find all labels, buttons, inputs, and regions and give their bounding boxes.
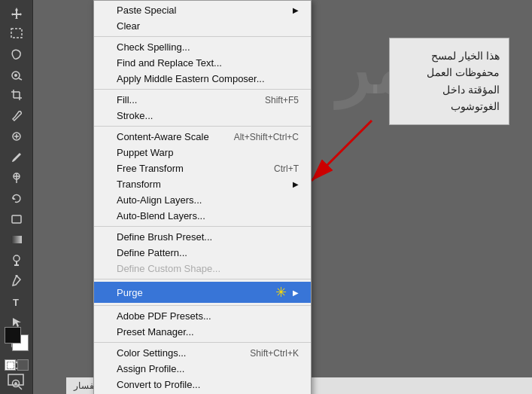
svg-rect-17 — [12, 215, 21, 223]
svg-rect-30 — [8, 374, 23, 385]
svg-marker-24 — [13, 318, 21, 327]
svg-point-19 — [14, 255, 20, 261]
tool-marquee[interactable] — [7, 23, 26, 42]
menu-item-label: Find and Replace Text... — [117, 57, 222, 69]
menu-item-apply-middle-eastern[interactable]: Apply Middle Eastern Composer... — [94, 71, 311, 87]
menu-item-label: Free Transform — [117, 163, 184, 174]
menu-item-label: Assign Profile... — [117, 363, 184, 374]
menu-item-label: Clear — [117, 20, 140, 32]
svg-line-3 — [19, 78, 22, 80]
menu-item-label: Purge — [117, 287, 143, 298]
menu-item-preset-manager[interactable]: Preset Manager... — [94, 324, 311, 340]
submenu-arrow: ▶ — [293, 289, 299, 297]
tool-eraser[interactable] — [7, 209, 26, 228]
menu-item-purge[interactable]: Purge ✳ ▶ — [94, 282, 311, 303]
menu-item-check-spelling[interactable]: Check Spelling... — [94, 39, 311, 55]
menu-item-define-pattern[interactable]: Define Pattern... — [94, 245, 311, 261]
menu-item-shortcut: Shift+F5 — [265, 95, 299, 105]
menu-item-clear[interactable]: Clear — [94, 18, 311, 34]
info-box-text: هذا الخيار لمسح محفوظات العمل المؤقتة دا… — [427, 50, 500, 112]
toolbar: T — [0, 0, 33, 394]
menu-item-label: Adobe PDF Presets... — [117, 310, 211, 322]
menu-item-paste-special[interactable]: Paste Special ▶ — [94, 2, 311, 18]
menu-item-label: Apply Middle Eastern Composer... — [117, 73, 265, 84]
menu-item-auto-blend[interactable]: Auto-Blend Layers... — [94, 208, 311, 224]
tool-history-brush[interactable] — [7, 189, 26, 208]
menu-item-transform[interactable]: Transform ▶ — [94, 176, 311, 192]
menu-separator-2 — [94, 89, 311, 90]
menu-item-free-transform[interactable]: Free Transform Ctrl+T — [94, 160, 311, 176]
color-swatches — [5, 327, 30, 353]
menu-separator-3 — [94, 126, 311, 127]
menu-item-label: Define Brush Preset... — [117, 231, 212, 243]
menu-separator-4 — [94, 226, 311, 227]
tool-move[interactable] — [7, 3, 26, 22]
menu-item-label: Color Settings... — [117, 347, 187, 359]
menu-separator-7 — [94, 342, 311, 343]
menu-item-content-aware-scale[interactable]: Content-Aware Scale Alt+Shift+Ctrl+C — [94, 129, 311, 145]
main-area: سامر هذا الخيار لمسح محفوظات العمل المؤق… — [33, 0, 532, 394]
menu-item-label: Content-Aware Scale — [117, 131, 209, 142]
tool-lasso[interactable] — [7, 44, 26, 63]
quick-mask-button[interactable] — [17, 359, 29, 371]
menu-separator-6 — [94, 305, 311, 306]
context-menu: Paste Special ▶ Clear Check Spelling... … — [93, 0, 312, 394]
menu-item-stroke[interactable]: Stroke... — [94, 108, 311, 124]
svg-line-32 — [312, 121, 372, 181]
tool-gradient[interactable] — [7, 231, 26, 249]
menu-item-label: Puppet Warp — [117, 147, 173, 158]
menu-item-label: Define Custom Shape... — [117, 263, 220, 274]
menu-item-label: Define Pattern... — [117, 247, 187, 258]
menu-item-find-replace[interactable]: Find and Replace Text... — [94, 55, 311, 71]
menu-item-shortcut: Shift+Ctrl+K — [250, 348, 299, 359]
quick-mask-controls — [5, 359, 29, 373]
menu-item-define-shape[interactable]: Define Custom Shape... — [94, 261, 311, 276]
tool-type[interactable]: T — [7, 292, 26, 311]
submenu-arrow: ▶ — [293, 6, 299, 14]
menu-item-fill[interactable]: Fill... Shift+F5 — [94, 92, 311, 108]
menu-item-label: Check Spelling... — [117, 41, 190, 53]
menu-item-shortcut: Alt+Shift+Ctrl+C — [234, 132, 299, 142]
menu-item-label: Fill... — [117, 94, 137, 105]
menu-item-color-settings[interactable]: Color Settings... Shift+Ctrl+K — [94, 345, 311, 361]
menu-item-label: Paste Special — [117, 5, 177, 16]
menu-separator-1 — [94, 36, 311, 37]
tool-pen[interactable] — [7, 271, 26, 290]
tool-quick-select[interactable] — [7, 65, 26, 84]
tool-brush[interactable] — [7, 148, 26, 166]
menu-item-label: Auto-Align Layers... — [117, 194, 202, 206]
purge-starburst: ✳ — [275, 284, 287, 301]
menu-item-auto-align[interactable]: Auto-Align Layers... — [94, 192, 311, 208]
info-box: هذا الخيار لمسح محفوظات العمل المؤقتة دا… — [389, 38, 509, 125]
menu-item-label: Auto-Blend Layers... — [117, 210, 205, 221]
menu-item-puppet-warp[interactable]: Puppet Warp — [94, 145, 311, 160]
normal-mode-button[interactable] — [5, 359, 16, 371]
tool-crop[interactable] — [7, 86, 26, 105]
svg-text:T: T — [13, 297, 19, 308]
menu-item-shortcut: Ctrl+T — [274, 163, 299, 174]
menu-item-label: Stroke... — [117, 110, 153, 121]
submenu-arrow: ▶ — [293, 180, 299, 188]
menu-item-adobe-pdf[interactable]: Adobe PDF Presets... — [94, 308, 311, 324]
svg-marker-16 — [13, 197, 16, 200]
tool-clone[interactable] — [7, 168, 26, 187]
svg-rect-18 — [11, 236, 22, 243]
svg-point-4 — [14, 74, 17, 77]
menu-item-assign-profile[interactable]: Assign Profile... — [94, 361, 311, 377]
tool-healbrush[interactable] — [7, 127, 26, 146]
svg-rect-1 — [11, 29, 22, 38]
menu-item-define-brush[interactable]: Define Brush Preset... — [94, 229, 311, 245]
foreground-color-swatch[interactable] — [5, 327, 21, 344]
menu-item-label: Convert to Profile... — [117, 379, 200, 390]
menu-separator-5 — [94, 279, 311, 279]
menu-item-label: Preset Manager... — [117, 326, 194, 337]
menu-item-convert-to-profile[interactable]: Convert to Profile... — [94, 377, 311, 392]
svg-marker-0 — [11, 8, 22, 19]
tool-dodge[interactable] — [7, 251, 26, 270]
screen-mode-button[interactable] — [8, 374, 24, 388]
tool-eyedropper[interactable] — [7, 106, 26, 125]
menu-item-label: Transform — [117, 179, 161, 190]
